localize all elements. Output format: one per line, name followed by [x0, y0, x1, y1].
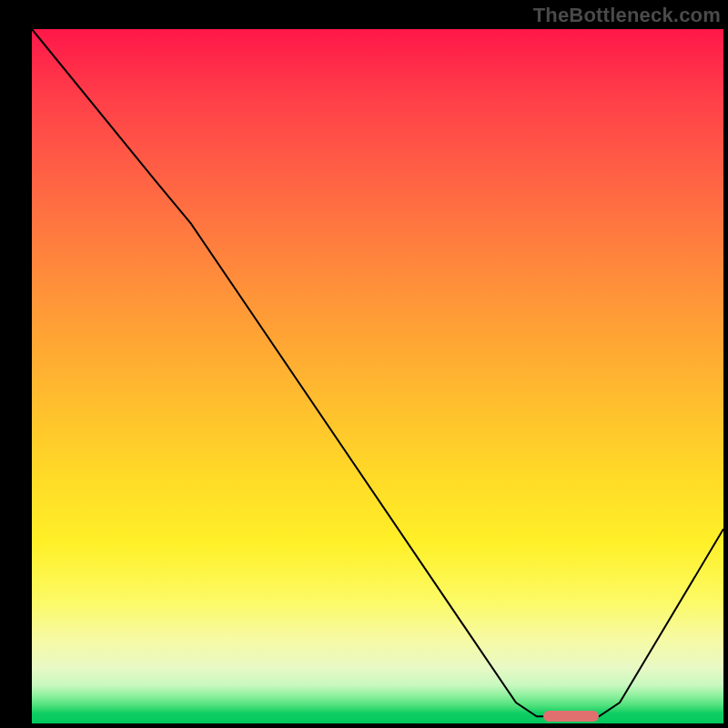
plot-area — [32, 29, 723, 723]
watermark-text: TheBottleneck.com — [533, 4, 721, 27]
bottleneck-curve-path — [32, 29, 723, 716]
chart-frame: TheBottleneck.com — [0, 0, 728, 728]
optimal-marker — [543, 711, 599, 722]
curve-svg — [32, 29, 723, 723]
